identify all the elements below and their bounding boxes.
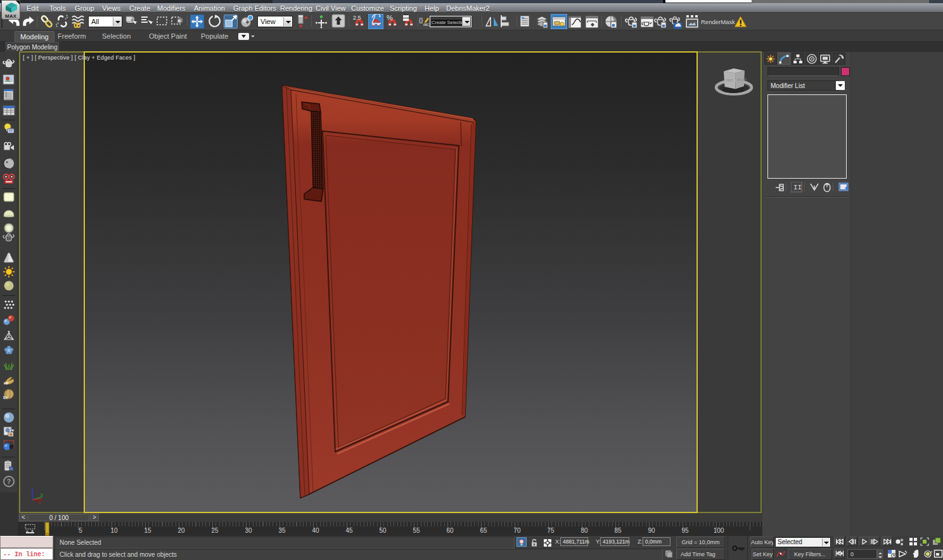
svg-text:RIGHT: RIGHT: [737, 78, 747, 82]
svg-text:2.5: 2.5: [353, 15, 361, 21]
svg-text:%: %: [387, 14, 393, 22]
svg-text:y: y: [41, 492, 43, 497]
svg-text:?: ?: [7, 478, 11, 485]
svg-text:II: II: [793, 184, 802, 191]
svg-text:ABC: ABC: [423, 23, 430, 27]
svg-text:0x: 0x: [3, 395, 8, 400]
svg-text:x: x: [38, 500, 41, 506]
svg-text:HF: HF: [4, 381, 9, 385]
svg-text:{}: {}: [419, 16, 423, 23]
svg-text:FRO: FRO: [726, 79, 733, 82]
